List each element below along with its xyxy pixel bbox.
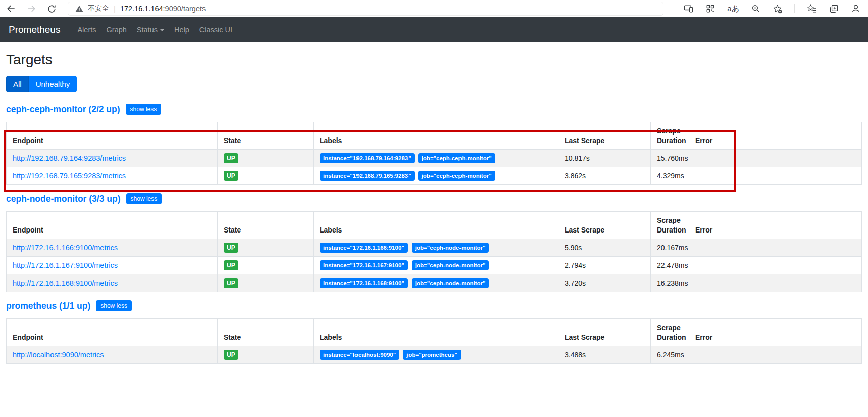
col-header-state: State <box>218 212 314 239</box>
targets-table: Endpoint State Labels Last Scrape Scrape… <box>6 122 862 185</box>
col-header-last-scrape: Last Scrape <box>558 122 651 150</box>
chevron-down-icon <box>160 29 164 31</box>
table-container: Endpoint State Labels Last Scrape Scrape… <box>6 318 862 364</box>
instance-label-badge: instance="192.168.79.165:9283" <box>320 171 415 181</box>
nav-item-status[interactable]: Status <box>132 26 169 34</box>
show-less-button[interactable]: show less <box>96 300 132 311</box>
filter-unhealthy-button[interactable]: Unhealthy <box>29 76 77 92</box>
show-less-button[interactable]: show less <box>126 104 162 115</box>
scrape-duration-value: 15.760ms <box>651 150 689 167</box>
col-header-scrape-duration: Scrape Duration <box>651 122 689 150</box>
error-cell <box>689 257 862 274</box>
back-icon[interactable] <box>5 3 17 15</box>
table-row: http://192.168.79.165:9283/metrics UP in… <box>7 167 862 185</box>
group-header: ceph-node-monitor (3/3 up) show less <box>6 193 862 204</box>
collections-icon[interactable] <box>829 4 839 14</box>
last-scrape-value: 2.794s <box>558 257 651 274</box>
page-title: Targets <box>6 52 862 68</box>
translate-icon[interactable]: aあ <box>727 4 739 14</box>
scrape-duration-value: 6.245ms <box>651 346 689 364</box>
url-text: 172.16.1.164:9090/targets <box>120 5 206 13</box>
address-separator: | <box>114 5 116 13</box>
show-less-button[interactable]: show less <box>126 193 162 204</box>
scrape-duration-value: 16.238ms <box>651 274 689 292</box>
group-header: prometheus (1/1 up) show less <box>6 300 862 311</box>
nav-item-help[interactable]: Help <box>169 26 194 34</box>
error-cell <box>689 167 862 185</box>
url-host: 172.16.1.164 <box>120 5 163 13</box>
nav-item-classic-ui[interactable]: Classic UI <box>194 26 237 34</box>
target-group-prometheus: prometheus (1/1 up) show less Endpoint S… <box>6 300 862 364</box>
target-group-ceph-ceph-monitor: ceph-ceph-monitor (2/2 up) show less End… <box>6 104 862 185</box>
col-header-labels: Labels <box>314 319 558 346</box>
job-label-badge: job="prometheus" <box>403 350 461 360</box>
job-label-badge: job="ceph-ceph-monitor" <box>418 171 495 181</box>
col-header-labels: Labels <box>314 212 558 239</box>
group-title[interactable]: prometheus (1/1 up) <box>6 301 90 311</box>
favorites-bar-icon[interactable] <box>807 4 817 14</box>
instance-label-badge: instance="172.16.1.167:9100" <box>320 260 408 270</box>
scrape-duration-value: 4.329ms <box>651 167 689 185</box>
targets-table: Endpoint State Labels Last Scrape Scrape… <box>6 211 862 292</box>
endpoint-link[interactable]: http://172.16.1.168:9100/metrics <box>13 279 118 287</box>
state-badge: UP <box>224 350 238 360</box>
toolbar-divider <box>794 4 795 13</box>
zoom-out-icon[interactable] <box>751 4 760 13</box>
nav-item-alerts[interactable]: Alerts <box>72 26 101 34</box>
endpoint-link[interactable]: http://192.168.79.164:9283/metrics <box>13 154 126 162</box>
endpoint-link[interactable]: http://172.16.1.167:9100/metrics <box>13 261 118 269</box>
state-filter-group: All Unhealthy <box>6 76 77 92</box>
job-label-badge: job="ceph-node-monitor" <box>412 278 489 288</box>
security-label: 不安全 <box>88 4 109 13</box>
qr-code-icon[interactable] <box>706 4 715 13</box>
endpoint-link[interactable]: http://localhost:9090/metrics <box>13 351 104 359</box>
last-scrape-value: 3.488s <box>558 346 651 364</box>
error-cell <box>689 274 862 292</box>
state-badge: UP <box>224 153 238 163</box>
state-badge: UP <box>224 171 238 181</box>
table-header-row: Endpoint State Labels Last Scrape Scrape… <box>7 122 862 150</box>
table-row: http://172.16.1.167:9100/metrics UP inst… <box>7 257 862 274</box>
filter-all-button[interactable]: All <box>6 76 29 92</box>
nav-item-status-label: Status <box>137 26 158 34</box>
col-header-error: Error <box>689 122 862 150</box>
state-badge: UP <box>224 243 238 253</box>
warning-icon[interactable] <box>75 5 83 13</box>
endpoint-link[interactable]: http://192.168.79.165:9283/metrics <box>13 172 126 180</box>
table-row: http://localhost:9090/metrics UP instanc… <box>7 346 862 364</box>
add-favorite-icon[interactable] <box>773 4 782 14</box>
job-label-badge: job="ceph-node-monitor" <box>412 260 489 270</box>
col-header-scrape-duration: Scrape Duration <box>651 319 689 346</box>
forward-icon[interactable] <box>25 3 37 15</box>
group-title[interactable]: ceph-ceph-monitor (2/2 up) <box>6 104 120 115</box>
group-title[interactable]: ceph-node-monitor (3/3 up) <box>6 194 121 204</box>
col-header-error: Error <box>689 212 862 239</box>
send-to-devices-icon[interactable] <box>684 4 694 14</box>
brand-link[interactable]: Prometheus <box>9 24 60 35</box>
col-header-state: State <box>218 122 314 150</box>
last-scrape-value: 10.817s <box>558 150 651 167</box>
col-header-labels: Labels <box>314 122 558 150</box>
instance-label-badge: instance="192.168.79.164:9283" <box>320 153 415 163</box>
table-header-row: Endpoint State Labels Last Scrape Scrape… <box>7 319 862 346</box>
nav-item-graph[interactable]: Graph <box>101 26 132 34</box>
targets-table: Endpoint State Labels Last Scrape Scrape… <box>6 318 862 364</box>
col-header-last-scrape: Last Scrape <box>558 212 651 239</box>
prometheus-navbar: Prometheus Alerts Graph Status Help Clas… <box>0 17 868 42</box>
targets-page: Targets All Unhealthy ceph-ceph-monitor … <box>0 52 868 364</box>
profile-icon[interactable] <box>851 4 861 14</box>
reload-icon[interactable] <box>45 3 58 15</box>
col-header-last-scrape: Last Scrape <box>558 319 651 346</box>
col-header-endpoint: Endpoint <box>7 319 218 346</box>
last-scrape-value: 3.862s <box>558 167 651 185</box>
state-badge: UP <box>224 260 238 270</box>
col-header-endpoint: Endpoint <box>7 122 218 150</box>
address-bar[interactable]: 不安全 | 172.16.1.164:9090/targets <box>68 2 663 16</box>
scrape-duration-value: 22.478ms <box>651 257 689 274</box>
instance-label-badge: instance="localhost:9090" <box>320 350 399 360</box>
endpoint-link[interactable]: http://172.16.1.166:9100/metrics <box>13 244 118 252</box>
col-header-endpoint: Endpoint <box>7 212 218 239</box>
table-header-row: Endpoint State Labels Last Scrape Scrape… <box>7 212 862 239</box>
target-group-ceph-node-monitor: ceph-node-monitor (3/3 up) show less End… <box>6 193 862 292</box>
table-row: http://172.16.1.166:9100/metrics UP inst… <box>7 239 862 257</box>
